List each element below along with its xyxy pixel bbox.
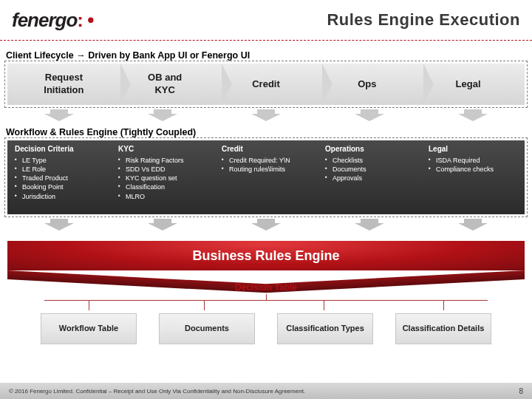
- decision-table-bracket: [44, 294, 488, 313]
- list-item: Classification: [118, 183, 207, 191]
- decision-table-chips: Workflow Table Documents Classification …: [30, 313, 502, 347]
- down-arrow-icon: [214, 219, 318, 232]
- list-item: Checklists: [325, 156, 414, 165]
- decision-table-label: Decision Table: [0, 282, 532, 293]
- svg-marker-3: [355, 109, 384, 121]
- list-item: Approvals: [325, 174, 414, 183]
- svg-marker-0: [44, 109, 74, 121]
- svg-marker-9: [458, 219, 488, 231]
- workflow-rules-label: Workflow & Rules Engine (Tightly Coupled…: [6, 127, 196, 137]
- down-arrow-icon: [7, 219, 111, 232]
- logo-punct: : •: [77, 9, 93, 32]
- page-number: 8: [519, 387, 523, 395]
- list-item: LE Type: [15, 156, 103, 165]
- lifecycle-label: Client Lifecycle → Driven by Bank App UI…: [6, 50, 250, 61]
- chip-classification-details: Classification Details: [395, 313, 491, 344]
- col-credit: Credit Credit Required: Y\N Routing rule…: [214, 140, 318, 214]
- down-arrow-icon: [318, 109, 421, 123]
- col-legal: Legal ISDA Required Compliance checks: [421, 140, 525, 214]
- list-item: Booking Point: [15, 183, 103, 191]
- chip-classification-types: Classification Types: [277, 313, 373, 344]
- down-arrow-icon: [111, 109, 214, 123]
- down-arrow-icon: [111, 219, 214, 232]
- svg-marker-6: [148, 219, 177, 231]
- list-item: Routing rules\limits: [222, 165, 310, 174]
- svg-marker-5: [44, 219, 74, 231]
- down-arrow-icon: [421, 109, 525, 123]
- list-item: SDD Vs EDD: [118, 165, 207, 174]
- down-arrow-icon: [318, 219, 421, 232]
- svg-marker-8: [355, 219, 384, 231]
- list-item: LE Role: [15, 165, 103, 174]
- list-item: ISDA Required: [429, 156, 517, 165]
- lifecycle-stages: Request Initiation OB and KYC Credit Ops…: [7, 64, 525, 105]
- col-decision-criteria: Decision Criteria LE Type LE Role Traded…: [7, 140, 111, 214]
- down-arrow-icon: [421, 219, 525, 232]
- stage-request-initiation: Request Initiation: [7, 64, 120, 105]
- down-arrow-icon: [7, 109, 111, 123]
- svg-marker-7: [251, 219, 281, 231]
- col-kyc: KYC Risk Rating Factors SDD Vs EDD KYC q…: [111, 140, 214, 214]
- slide-title: Rules Engine Execution: [327, 10, 520, 30]
- list-item: Jurisdiction: [15, 192, 103, 201]
- rules-arrows: [7, 219, 525, 232]
- lifecycle-arrows: [7, 109, 525, 123]
- footer-bar: © 2016 Fenergo Limited. Confidential – R…: [0, 383, 532, 399]
- svg-marker-1: [148, 109, 177, 121]
- col-operations: Operations Checklists Documents Approval…: [318, 140, 421, 214]
- rules-columns: Decision Criteria LE Type LE Role Traded…: [7, 140, 525, 214]
- logo-text: fenergo: [12, 9, 77, 32]
- business-rules-engine-banner: Business Rules Engine: [7, 241, 525, 279]
- svg-marker-2: [251, 109, 281, 121]
- copyright-text: © 2016 Fenergo Limited. Confidential – R…: [9, 388, 305, 395]
- down-arrow-icon: [214, 109, 318, 123]
- list-item: Credit Required: Y\N: [222, 156, 310, 165]
- list-item: Risk Rating Factors: [118, 156, 207, 165]
- brand-logo: fenergo : •: [12, 9, 93, 32]
- list-item: KYC question set: [118, 174, 207, 183]
- list-item: Traded Product: [15, 174, 103, 183]
- list-item: Compliance checks: [429, 165, 517, 174]
- header-divider: [0, 40, 532, 41]
- chip-workflow-table: Workflow Table: [41, 313, 137, 344]
- chip-documents: Documents: [159, 313, 255, 344]
- svg-marker-4: [458, 109, 488, 121]
- list-item: Documents: [325, 165, 414, 174]
- list-item: MLRO: [118, 192, 207, 201]
